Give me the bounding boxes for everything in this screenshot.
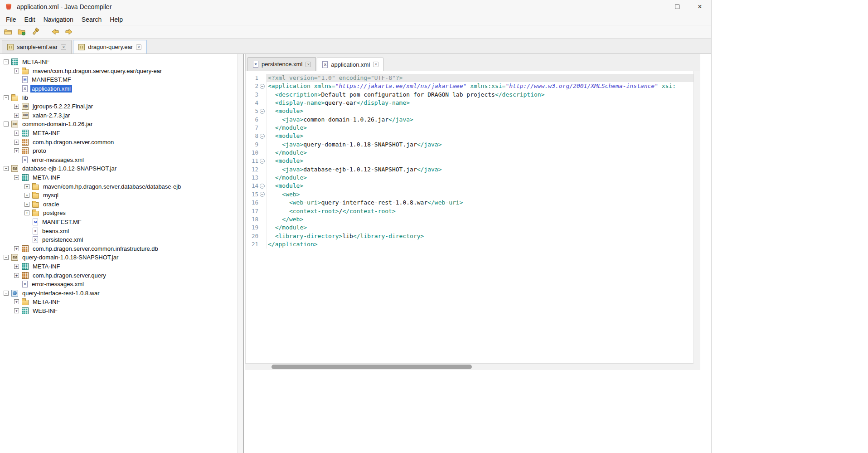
menu-item-file[interactable]: File xyxy=(2,16,20,23)
tree-item[interactable]: +META-INF xyxy=(0,129,243,138)
tree-item[interactable]: +mysql xyxy=(0,191,243,200)
expand-icon[interactable]: + xyxy=(14,131,19,136)
editor-tab-persistence.xml[interactable]: Xpersistence.xml× xyxy=(247,57,316,71)
expand-icon[interactable]: + xyxy=(14,68,19,73)
collapse-icon[interactable]: − xyxy=(14,175,19,180)
collapse-icon[interactable]: − xyxy=(4,255,9,260)
editor-tab-application.xml[interactable]: Xapplication.xml× xyxy=(317,58,383,71)
fold-gutter xyxy=(258,99,267,107)
scrollbar-corner xyxy=(693,363,700,370)
minimize-button[interactable] xyxy=(643,0,666,14)
collapse-icon[interactable]: − xyxy=(4,166,9,171)
expand-icon[interactable]: + xyxy=(24,202,29,207)
collapse-icon[interactable]: − xyxy=(4,95,9,100)
tree-item[interactable]: +META-INF xyxy=(0,297,243,307)
collapse-icon[interactable]: − xyxy=(4,122,9,127)
forward-button[interactable] xyxy=(63,26,75,38)
code-text: </application> xyxy=(267,240,693,248)
expand-icon[interactable]: + xyxy=(24,193,29,198)
tab-close-icon[interactable]: × xyxy=(61,44,66,50)
menu-item-help[interactable]: Help xyxy=(106,16,127,23)
maximize-button[interactable] xyxy=(666,0,689,14)
tree-item[interactable]: −META-INF xyxy=(0,173,243,182)
fold-gutter xyxy=(258,74,267,82)
expand-icon[interactable]: + xyxy=(14,273,19,278)
tree-item[interactable]: Xerror-messages.xml xyxy=(0,280,243,289)
tree-item[interactable]: +WEB-INF xyxy=(0,307,243,316)
expand-icon[interactable]: + xyxy=(14,264,19,269)
tree-item[interactable]: Xbeans.xml xyxy=(0,226,243,235)
tree-item[interactable]: +maven/com.hp.dragon.server.database/dat… xyxy=(0,182,243,191)
tree-item[interactable]: Xapplication.xml xyxy=(0,84,243,93)
tree-item[interactable]: +postgres xyxy=(0,209,243,218)
expand-icon[interactable]: + xyxy=(14,299,19,304)
tree-item-label: query-domain-1.0.18-SNAPSHOT.jar xyxy=(21,253,120,261)
open-file-button[interactable] xyxy=(2,26,14,38)
tree-item-label: META-INF xyxy=(31,129,61,137)
tab-close-icon[interactable]: × xyxy=(136,44,141,50)
xml-file-icon: X xyxy=(33,228,38,234)
tree-item[interactable]: +oracle xyxy=(0,200,243,209)
expand-icon[interactable]: + xyxy=(14,308,19,313)
collapse-icon[interactable]: − xyxy=(4,59,9,64)
collapse-icon[interactable]: − xyxy=(4,291,9,296)
workspace-tab-sample-emf.ear[interactable]: sample-emf.ear× xyxy=(2,40,72,54)
fold-marker-icon[interactable]: − xyxy=(260,109,265,114)
tab-close-icon[interactable]: × xyxy=(305,62,311,67)
tree-item[interactable]: Xerror-messages.xml xyxy=(0,156,243,165)
tree-item-label: META-INF xyxy=(31,174,61,181)
main-split: −META-INF+maven/com.hp.dragon.server.que… xyxy=(0,54,711,453)
fold-gutter: − xyxy=(258,190,267,199)
expand-icon[interactable]: + xyxy=(14,104,19,109)
tree-item[interactable]: +com.hp.dragon.server.common.infrastruct… xyxy=(0,244,243,253)
open-type-button[interactable] xyxy=(15,26,28,38)
tree-item[interactable]: +com.hp.dragon.server.query xyxy=(0,271,243,280)
line-number: 20 xyxy=(246,232,258,240)
code-viewport[interactable]: 1<?xml version="1.0" encoding="UTF-8"?>2… xyxy=(245,71,693,363)
tree-item[interactable]: MMANIFEST.MF xyxy=(0,218,243,227)
workspace-tab-dragon-query.ear[interactable]: dragon-query.ear× xyxy=(73,40,147,54)
tree-item[interactable]: −META-INF xyxy=(0,58,243,67)
expand-icon[interactable]: + xyxy=(14,113,19,118)
fold-marker-icon[interactable]: − xyxy=(260,134,265,139)
editor-vertical-scrollbar[interactable] xyxy=(693,71,700,363)
fold-marker-icon[interactable]: − xyxy=(260,84,265,89)
tree-item[interactable]: MMANIFEST.MF xyxy=(0,75,243,84)
fold-marker-icon[interactable]: − xyxy=(260,192,265,197)
expand-icon[interactable]: + xyxy=(14,140,19,145)
search-button[interactable] xyxy=(29,26,41,38)
close-button[interactable]: × xyxy=(689,0,711,14)
expand-icon[interactable]: + xyxy=(14,246,19,251)
tree-item[interactable]: −lib xyxy=(0,93,243,102)
menu-item-navigation[interactable]: Navigation xyxy=(39,16,78,23)
fold-marker-icon[interactable]: − xyxy=(260,159,265,164)
tree-item[interactable]: +META-INF xyxy=(0,262,243,271)
expand-icon[interactable]: + xyxy=(24,210,29,215)
expand-icon[interactable]: + xyxy=(14,148,19,153)
code-line: 2−<application xmlns="https://jakarta.ee… xyxy=(246,82,693,90)
menu-item-search[interactable]: Search xyxy=(78,16,106,23)
toolbar xyxy=(0,25,711,39)
code-line: 9 <java>query-domain-1.0.18-SNAPSHOT.jar… xyxy=(246,141,693,149)
tree-item[interactable]: +com.hp.dragon.server.common xyxy=(0,137,243,146)
horizontal-scroll-thumb[interactable] xyxy=(272,365,472,369)
tree-item[interactable]: +proto xyxy=(0,146,243,156)
tree-item[interactable]: −query-interface-rest-1.0.8.war xyxy=(0,288,243,297)
expand-icon[interactable]: + xyxy=(24,184,29,189)
tree-item[interactable]: +maven/com.hp.dragon.server.query.ear/qu… xyxy=(0,67,243,76)
tree-vertical-scrollbar[interactable] xyxy=(237,54,243,453)
line-number: 14 xyxy=(246,182,258,190)
back-button[interactable] xyxy=(49,26,61,38)
tree-item[interactable]: +010jgroups-5.2.22.Final.jar xyxy=(0,102,243,111)
tree-item[interactable]: −010database-ejb-1.0.12-SNAPSHOT.jar xyxy=(0,164,243,173)
tree-item[interactable]: −010common-domain-1.0.26.jar xyxy=(0,120,243,129)
tree-item[interactable]: −010query-domain-1.0.18-SNAPSHOT.jar xyxy=(0,253,243,262)
tree-item[interactable]: Xpersistence.xml xyxy=(0,235,243,244)
tab-close-icon[interactable]: × xyxy=(373,62,378,67)
fold-gutter xyxy=(258,166,267,174)
editor-horizontal-scrollbar[interactable] xyxy=(245,363,693,370)
fold-marker-icon[interactable]: − xyxy=(260,184,265,189)
ear-archive-icon xyxy=(78,44,85,50)
tree-item[interactable]: +010xalan-2.7.3.jar xyxy=(0,111,243,120)
menu-item-edit[interactable]: Edit xyxy=(20,16,39,23)
